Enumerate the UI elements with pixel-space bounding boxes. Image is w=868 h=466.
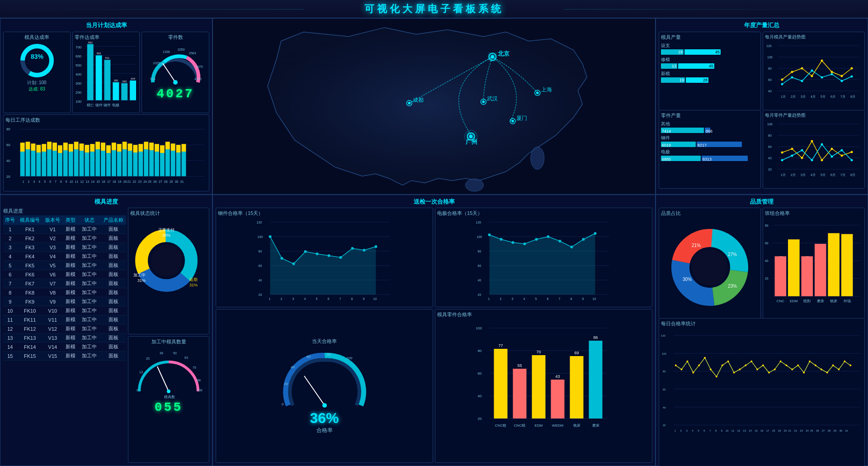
svg-text:15: 15 — [755, 429, 758, 432]
header-title: 可视化大屏电子看板系统 — [364, 2, 504, 16]
svg-rect-51 — [20, 143, 25, 152]
svg-text:8: 8 — [715, 429, 717, 432]
daily-chart-panel: 每日工序达成数 80 60 40 20 — [3, 114, 209, 191]
svg-text:40: 40 — [6, 159, 10, 163]
svg-point-174 — [781, 79, 783, 81]
svg-text:27: 27 — [822, 429, 825, 432]
svg-rect-59 — [42, 144, 46, 152]
svg-point-146 — [491, 55, 494, 59]
svg-text:18: 18 — [113, 180, 116, 183]
svg-text:100: 100 — [346, 356, 353, 360]
svg-text:4: 4 — [692, 429, 693, 432]
svg-point-185 — [811, 70, 813, 72]
svg-rect-64 — [58, 153, 62, 176]
top-right-panel: 年度产量汇总 模具产量 设支 18 45 修模 13 — [656, 18, 868, 195]
svg-rect-19 — [96, 55, 102, 100]
svg-text:6月: 6月 — [830, 173, 835, 176]
svg-point-305 — [547, 235, 550, 238]
svg-text:3: 3 — [292, 297, 294, 300]
svg-text:14: 14 — [91, 180, 94, 183]
svg-point-184 — [801, 80, 803, 82]
mold-output-title: 模具产量 — [661, 34, 759, 41]
svg-rect-95 — [138, 144, 143, 152]
svg-rect-72 — [80, 151, 84, 176]
svg-text:31%: 31% — [137, 278, 146, 283]
svg-rect-102 — [160, 153, 165, 176]
svg-text:3: 3 — [686, 429, 688, 432]
svg-point-181 — [851, 67, 853, 70]
svg-rect-69 — [69, 144, 73, 152]
svg-text:700: 700 — [75, 45, 82, 49]
svg-rect-383 — [815, 244, 826, 296]
svg-point-423 — [786, 365, 788, 366]
svg-point-425 — [797, 365, 799, 366]
svg-point-187 — [831, 73, 833, 76]
svg-text:120: 120 — [661, 334, 666, 337]
svg-text:28: 28 — [828, 429, 831, 432]
svg-text:20: 20 — [123, 180, 127, 183]
svg-rect-84 — [112, 150, 116, 176]
svg-text:500: 500 — [75, 63, 82, 67]
table-row: 2FK2V2新模加工中面板 — [3, 234, 126, 243]
mold-table-scroll[interactable]: 序号 模具编号 版本号 类型 状态 产品名称 1FK1V1新模加工中面板2FK2… — [3, 215, 126, 463]
svg-point-300 — [488, 233, 491, 236]
mold-progress-title: 模具进度 — [3, 198, 209, 206]
mold-table-container[interactable]: 模具进度 序号 模具编号 版本号 类型 状态 产品名称 — [3, 208, 126, 463]
svg-text:6: 6 — [703, 429, 705, 432]
svg-rect-103 — [160, 145, 165, 153]
svg-rect-61 — [47, 142, 52, 149]
header: 可视化大屏电子看板系统 — [0, 0, 868, 18]
svg-rect-110 — [182, 152, 186, 176]
svg-text:21: 21 — [127, 180, 131, 183]
svg-point-427 — [809, 361, 811, 362]
svg-text:40: 40 — [663, 406, 666, 409]
svg-text:23: 23 — [138, 180, 142, 183]
svg-text:60: 60 — [768, 145, 772, 148]
quality-ratio-panel: 品质占比 27% 21% 30% 23% — [659, 208, 761, 319]
svg-point-304 — [535, 238, 538, 241]
svg-text:300: 300 — [75, 81, 82, 86]
svg-text:100: 100 — [767, 123, 773, 126]
svg-line-326 — [304, 376, 325, 405]
svg-text:80: 80 — [478, 349, 482, 353]
svg-text:15: 15 — [96, 180, 100, 183]
svg-text:50: 50 — [173, 352, 177, 355]
svg-text:6月: 6月 — [830, 95, 835, 98]
svg-point-309 — [594, 232, 597, 235]
svg-rect-338 — [494, 349, 508, 418]
svg-rect-54 — [31, 151, 35, 176]
svg-rect-71 — [74, 142, 79, 149]
svg-rect-63 — [52, 143, 57, 151]
mold-donut-chart: 83% — [19, 43, 55, 79]
svg-text:3: 3 — [512, 297, 514, 300]
svg-text:1025: 1025 — [153, 62, 160, 65]
svg-text:60: 60 — [478, 264, 481, 267]
svg-text:70: 70 — [536, 350, 541, 354]
annual-title: 年度产量汇总 — [659, 21, 865, 29]
svg-text:80: 80 — [768, 134, 772, 137]
svg-text:283: 283 — [122, 80, 127, 83]
svg-text:加工中: 加工中 — [133, 273, 146, 277]
svg-text:9: 9 — [582, 297, 584, 300]
svg-text:30: 30 — [839, 429, 842, 432]
table-row: 15FK15V15新模加工中面板 — [3, 352, 126, 361]
svg-text:17: 17 — [107, 180, 111, 183]
svg-text:1月: 1月 — [781, 95, 786, 98]
svg-point-413 — [727, 361, 729, 362]
svg-text:2: 2 — [680, 429, 682, 432]
svg-rect-99 — [149, 143, 154, 150]
svg-text:CNC精: CNC精 — [514, 423, 525, 428]
svg-text:7: 7 — [709, 429, 711, 432]
svg-rect-385 — [841, 234, 853, 296]
svg-point-180 — [841, 75, 843, 77]
svg-rect-91 — [128, 143, 132, 151]
th-seq: 序号 — [3, 215, 17, 225]
svg-text:3075: 3075 — [196, 65, 203, 68]
mold-table: 序号 模具编号 版本号 类型 状态 产品名称 1FK1V1新模加工中面板2FK2… — [3, 215, 126, 361]
mold-output-panel: 模具产量 设支 18 45 修模 13 45 — [659, 32, 761, 110]
svg-point-418 — [756, 369, 758, 371]
svg-point-327 — [322, 403, 327, 408]
svg-text:EDM: EDM — [535, 423, 543, 428]
svg-text:CNC粗: CNC粗 — [495, 423, 506, 428]
svg-rect-73 — [80, 143, 84, 151]
